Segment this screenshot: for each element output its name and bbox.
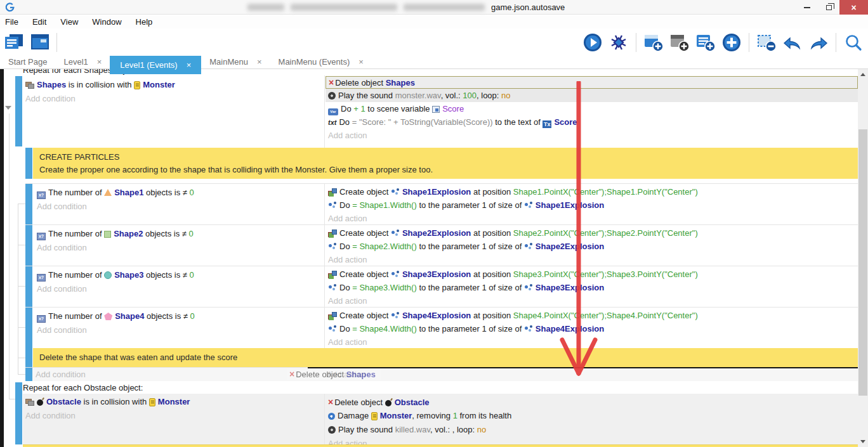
tree-tick <box>18 245 25 245</box>
add-comment-button[interactable] <box>695 32 716 53</box>
deselect-button[interactable] <box>756 32 777 53</box>
condition-row[interactable]: Shapes is in collision with Monster <box>23 78 321 92</box>
circle-icon <box>104 271 112 279</box>
actions-column: Create object Shape4Explosion at positio… <box>326 309 858 349</box>
action-row[interactable]: Do = Shape1.Width() to the parameter 1 o… <box>326 198 858 212</box>
condition-row[interactable]: x?The number of Shape1 objects is ≠ 0 <box>34 186 323 200</box>
add-action-link[interactable]: Add action <box>326 212 858 225</box>
condition-row[interactable]: x?The number of Shape2 objects is ≠ 0 <box>34 227 323 241</box>
text-segment: Shape2 <box>114 229 143 238</box>
delete-icon: × <box>329 77 334 88</box>
add-action-link[interactable]: Add action <box>326 294 858 308</box>
action-row[interactable]: Do = Shape2.Width() to the parameter 1 o… <box>326 240 858 253</box>
tab-close-icon[interactable]: × <box>358 56 364 68</box>
close-button[interactable]: × <box>839 0 868 15</box>
action-row[interactable]: ×Delete object Obstacle <box>326 395 858 409</box>
text-segment: Shape2Explosion <box>536 242 604 251</box>
event-e2[interactable]: Repeat for each Obstacle object:Obstacle… <box>0 381 858 444</box>
menu-view[interactable]: View <box>53 15 85 29</box>
redo-button[interactable] <box>808 32 829 53</box>
menu-edit[interactable]: Edit <box>25 15 53 29</box>
action-row[interactable]: txtDo = "Score: " + ToString(Variable(Sc… <box>326 115 858 129</box>
comment-box[interactable]: CREATE PARTICLESCreate the proper one ac… <box>33 148 858 179</box>
tree-tick <box>18 374 25 375</box>
variable-icon: Var <box>328 108 338 115</box>
subevent-s1[interactable]: x?The number of Shape1 objects is ≠ 0Add… <box>25 183 858 224</box>
add-action-link[interactable]: Add action <box>326 437 858 444</box>
play-button[interactable] <box>582 32 603 53</box>
action-row[interactable]: Play the sound killed.wav, vol.: , loop:… <box>326 423 858 437</box>
action-row[interactable]: Create object Shape2Explosion at positio… <box>326 226 858 240</box>
subevent-s4[interactable]: x?The number of Shape4 objects is ≠ 0Add… <box>25 307 858 348</box>
add-condition-link[interactable]: Add condition <box>23 92 321 106</box>
condition-row[interactable]: Obstacle is in collision with Monster <box>23 395 321 409</box>
redacted-title-part <box>404 4 485 11</box>
action-row[interactable]: Do = Shape3.Width() to the parameter 1 o… <box>326 281 858 294</box>
tab-close-icon[interactable]: × <box>187 56 192 74</box>
add-action-link[interactable]: Add action <box>326 129 858 142</box>
scroll-up-button[interactable] <box>858 69 868 80</box>
add-condition-link[interactable]: Add condition <box>34 241 323 255</box>
event-e1[interactable]: Repeat for each Shapes object:Shapes is … <box>0 69 858 148</box>
vertical-scrollbar[interactable] <box>858 69 868 447</box>
text-segment: 0 <box>190 188 194 197</box>
add-event-button[interactable] <box>643 32 664 53</box>
collapse-arrow-icon[interactable] <box>5 106 11 110</box>
text-segment: , vol.: <box>441 91 463 100</box>
menu-file[interactable]: File <box>0 15 25 29</box>
action-row[interactable]: Damage Monster, removing 1 from its heal… <box>326 409 858 423</box>
empty-subevent-row[interactable]: Add conditionAdd action <box>25 367 858 381</box>
condition-row[interactable]: x?The number of Shape4 objects is ≠ 0 <box>34 309 323 323</box>
undo-button[interactable] <box>782 32 803 53</box>
add-action-link[interactable]: Add action <box>326 253 858 266</box>
add-action-link[interactable]: Add action <box>326 335 858 349</box>
scrollbar-thumb[interactable] <box>858 129 867 396</box>
tab-mainmenu-events-[interactable]: MainMenu (Events)× <box>270 56 372 68</box>
scroll-down-button[interactable] <box>858 436 868 447</box>
add-condition-link[interactable]: Add condition <box>34 200 323 214</box>
count-icon: x? <box>37 191 46 199</box>
tabbar: Start PageLevel1×Level1 (Events)×MainMen… <box>0 56 868 68</box>
action-row[interactable]: Create object Shape3Explosion at positio… <box>326 268 858 281</box>
tab-close-icon[interactable]: × <box>97 56 102 68</box>
add-condition-link[interactable]: Add condition <box>34 282 323 296</box>
tab-level1-events-[interactable]: Level1 (Events)× <box>110 56 201 74</box>
search-button[interactable] <box>843 32 864 53</box>
tab-mainmenu[interactable]: MainMenu× <box>201 56 270 68</box>
condition-row[interactable]: x?The number of Shape3 objects is ≠ 0 <box>34 268 323 282</box>
column-divider <box>324 394 325 444</box>
comment-block[interactable]: CREATE PARTICLESCreate the proper one ac… <box>25 148 858 179</box>
menu-help[interactable]: Help <box>129 15 160 29</box>
menu-window[interactable]: Window <box>85 15 128 29</box>
add-condition-link[interactable]: Add condition <box>23 409 321 423</box>
action-row[interactable]: Create object Shape4Explosion at positio… <box>326 309 858 322</box>
tab-start-page[interactable]: Start Page <box>0 56 55 68</box>
add-new-button[interactable] <box>721 32 742 53</box>
text-segment: Shape2Explosion <box>402 228 471 238</box>
scene-list-button[interactable] <box>4 32 25 53</box>
action-row[interactable]: Create object Shape1Explosion at positio… <box>326 185 858 198</box>
event-header: Repeat for each Obstacle object: <box>23 382 143 394</box>
comment-box[interactable]: Delete the shape that was eaten and upda… <box>33 348 858 367</box>
text-segment: objects is ≠ <box>144 311 190 321</box>
tab-close-icon[interactable]: × <box>257 56 262 68</box>
action-row[interactable]: Play the sound monster.wav, vol.: 100, l… <box>326 89 858 102</box>
restore-button[interactable] <box>818 0 839 15</box>
text-segment: Create object <box>339 228 391 238</box>
text-segment: Shape3Explosion <box>536 283 604 292</box>
minimize-button[interactable] <box>796 0 818 15</box>
subevent-s2[interactable]: x?The number of Shape2 objects is ≠ 0Add… <box>25 224 858 266</box>
add-condition-link[interactable]: Add condition <box>34 323 323 337</box>
square-icon <box>104 231 111 238</box>
add-subevent-button[interactable] <box>669 32 690 53</box>
action-row[interactable]: Do = Shape4.Width() to the parameter 1 o… <box>326 322 858 335</box>
action-row[interactable]: ×Delete object Shapes <box>326 76 858 89</box>
add-condition-link[interactable]: Add condition <box>36 368 86 382</box>
scene-window-button[interactable] <box>29 32 51 53</box>
action-row[interactable]: VarDo + 1 to scene variable Score <box>326 102 858 115</box>
text-segment: Play the sound <box>338 91 395 100</box>
debug-button[interactable] <box>608 32 629 53</box>
tab-level1[interactable]: Level1× <box>55 56 110 68</box>
comment-block[interactable]: Delete the shape that was eaten and upda… <box>25 348 858 367</box>
subevent-s3[interactable]: x?The number of Shape3 objects is ≠ 0Add… <box>25 266 858 307</box>
